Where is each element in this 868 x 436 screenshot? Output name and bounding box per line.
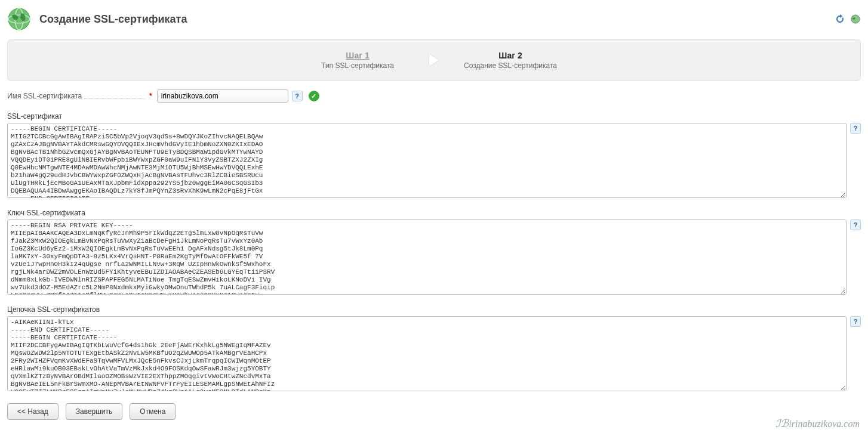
key-textarea[interactable]: [7, 219, 847, 295]
help-icon[interactable]: ?: [850, 219, 861, 230]
finish-button[interactable]: Завершить: [66, 403, 123, 420]
key-section-label: Ключ SSL-сертификата: [7, 209, 861, 217]
check-ok-icon: ✓: [309, 91, 319, 101]
cert-textarea-wrap: ?: [7, 123, 861, 198]
cert-name-label: Имя SSL-сертификата: [7, 92, 144, 100]
arrow-right-icon: [429, 54, 439, 66]
wizard-step-1[interactable]: Шаг 1 Тип SSL-сертификата: [298, 51, 417, 70]
cert-name-input[interactable]: [157, 89, 288, 103]
cert-name-row: Имя SSL-сертификата * ? ✓: [7, 89, 861, 103]
back-button[interactable]: << Назад: [7, 403, 59, 420]
step-2-sub: Создание SSL-сертификата: [451, 61, 570, 70]
globe-icon: [7, 7, 31, 31]
world-settings-icon[interactable]: [850, 14, 861, 24]
cert-textarea[interactable]: [7, 123, 847, 198]
cancel-button[interactable]: Отмена: [130, 403, 176, 420]
chain-section-label: Цепочка SSL-сертификатов: [7, 305, 861, 314]
step-2-label: Шаг 2: [451, 51, 570, 60]
chain-textarea[interactable]: [7, 316, 847, 391]
help-icon[interactable]: ?: [292, 91, 303, 101]
watermark: ℐℬirinabuzikova.com: [775, 417, 860, 427]
required-asterisk: *: [149, 92, 152, 100]
cert-section-label: SSL-сертификат: [7, 112, 861, 120]
header-actions: [835, 14, 861, 24]
step-1-label: Шаг 1: [298, 51, 417, 60]
help-icon[interactable]: ?: [850, 316, 861, 327]
page-header: Создание SSL-сертификата: [7, 7, 861, 31]
step-1-sub: Тип SSL-сертификата: [298, 61, 417, 70]
key-textarea-wrap: ?: [7, 219, 861, 295]
action-buttons: << Назад Завершить Отмена: [7, 403, 861, 420]
chain-textarea-wrap: ?: [7, 316, 861, 391]
wizard-step-2: Шаг 2 Создание SSL-сертификата: [451, 51, 570, 70]
wizard-steps: Шаг 1 Тип SSL-сертификата Шаг 2 Создание…: [7, 39, 861, 81]
svg-point-0: [8, 8, 30, 30]
help-icon[interactable]: ?: [850, 123, 861, 134]
page-title: Создание SSL-сертификата: [39, 13, 835, 26]
refresh-icon[interactable]: [835, 14, 845, 24]
